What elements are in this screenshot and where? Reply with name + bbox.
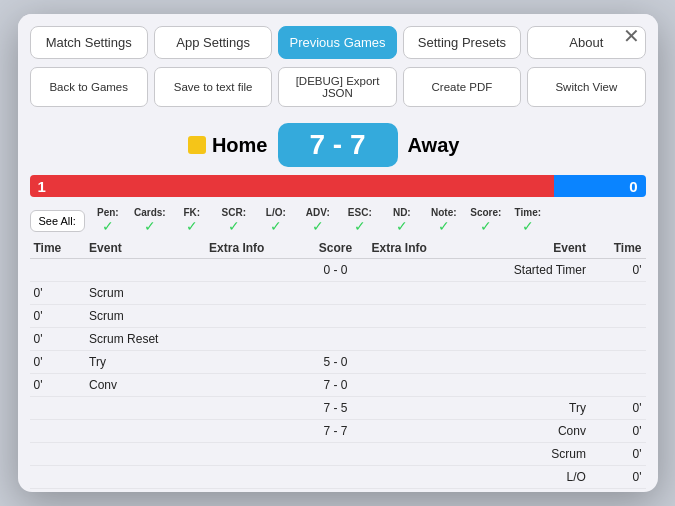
filter-adv[interactable]: ADV: ✓ (299, 207, 337, 234)
close-button[interactable]: ✕ (620, 24, 644, 48)
cell-right-extra (367, 489, 465, 493)
home-indicator-icon (188, 136, 206, 154)
filter-fk[interactable]: FK: ✓ (173, 207, 211, 234)
switch-view-button[interactable]: Switch View (527, 67, 645, 107)
back-to-games-button[interactable]: Back to Games (30, 67, 148, 107)
cell-left-extra (205, 397, 303, 420)
cell-score (303, 328, 367, 351)
filter-nd[interactable]: ND: ✓ (383, 207, 421, 234)
cell-left-event (85, 420, 205, 443)
tab-previous-games[interactable]: Previous Games (278, 26, 396, 59)
cell-left-event: Conv (85, 374, 205, 397)
cell-left-event: PK (85, 489, 205, 493)
cell-left-time (30, 420, 86, 443)
col-left-extra: Extra Info (205, 238, 303, 259)
see-all-button[interactable]: See All: (30, 210, 85, 232)
cell-score: 5 - 0 (303, 351, 367, 374)
cell-right-event: L/O (466, 466, 590, 489)
table-row: 0 - 0Started Timer0' (30, 259, 646, 282)
away-team-label: Away (398, 134, 638, 157)
save-to-text-button[interactable]: Save to text file (154, 67, 272, 107)
filter-esc[interactable]: ESC: ✓ (341, 207, 379, 234)
cell-score: 7 - 0 (303, 374, 367, 397)
cell-right-extra (367, 420, 465, 443)
cell-left-time: 0' (30, 351, 86, 374)
cell-left-time: 0' (30, 282, 86, 305)
create-pdf-button[interactable]: Create PDF (403, 67, 521, 107)
cell-score: 7 - 7 (303, 420, 367, 443)
cell-left-extra (205, 305, 303, 328)
table-row: 0'PK (30, 489, 646, 493)
modal: ✕ Match Settings App Settings Previous G… (18, 14, 658, 492)
cell-right-extra (367, 374, 465, 397)
cell-right-time (590, 489, 646, 493)
filter-cards[interactable]: Cards: ✓ (131, 207, 169, 234)
cell-left-event (85, 443, 205, 466)
col-left-time: Time (30, 238, 86, 259)
filter-note[interactable]: Note: ✓ (425, 207, 463, 234)
cell-right-event: Started Timer (466, 259, 590, 282)
cell-right-time (590, 282, 646, 305)
tab-setting-presets[interactable]: Setting Presets (403, 26, 521, 59)
table-row: 0'Scrum (30, 305, 646, 328)
cell-score (303, 466, 367, 489)
cell-right-time (590, 305, 646, 328)
filter-time[interactable]: Time: ✓ (509, 207, 547, 234)
cell-right-extra (367, 443, 465, 466)
cell-right-time: 0' (590, 397, 646, 420)
cell-right-time: 0' (590, 420, 646, 443)
tab-match-settings[interactable]: Match Settings (30, 26, 148, 59)
cell-right-time: 0' (590, 466, 646, 489)
progress-bar: 1 0 (30, 175, 646, 197)
cell-right-event (466, 374, 590, 397)
col-left-event: Event (85, 238, 205, 259)
cell-left-event (85, 259, 205, 282)
cell-left-extra (205, 466, 303, 489)
cell-left-event (85, 397, 205, 420)
table-row: 0'Scrum Reset (30, 328, 646, 351)
cell-left-extra (205, 259, 303, 282)
cell-left-time: 0' (30, 328, 86, 351)
cell-right-event (466, 282, 590, 305)
table-row: L/O0' (30, 466, 646, 489)
cell-left-time: 0' (30, 305, 86, 328)
cell-left-extra (205, 351, 303, 374)
filter-pen[interactable]: Pen: ✓ (89, 207, 127, 234)
cell-right-extra (367, 351, 465, 374)
cell-right-event (466, 351, 590, 374)
cell-score (303, 305, 367, 328)
cell-right-event (466, 328, 590, 351)
cell-left-event: Try (85, 351, 205, 374)
cell-right-extra (367, 328, 465, 351)
events-list: Time Event Extra Info Score Extra Info E… (30, 238, 646, 492)
cell-left-time: 0' (30, 489, 86, 493)
cell-left-event: Scrum (85, 305, 205, 328)
cell-left-time (30, 259, 86, 282)
cell-left-extra (205, 282, 303, 305)
col-score: Score (303, 238, 367, 259)
table-row: 0'Try5 - 0 (30, 351, 646, 374)
tab-app-settings[interactable]: App Settings (154, 26, 272, 59)
cell-left-time: 0' (30, 374, 86, 397)
debug-export-button[interactable]: [DEBUG] Export JSON (278, 67, 396, 107)
tab-bar: Match Settings App Settings Previous Gam… (18, 14, 658, 59)
cell-right-extra (367, 305, 465, 328)
cell-left-extra (205, 489, 303, 493)
cell-left-time (30, 466, 86, 489)
filter-score[interactable]: Score: ✓ (467, 207, 505, 234)
filter-scr[interactable]: SCR: ✓ (215, 207, 253, 234)
cell-left-event: Scrum (85, 282, 205, 305)
home-team-label: Home (38, 134, 278, 157)
cell-left-extra (205, 420, 303, 443)
cell-score (303, 443, 367, 466)
filter-lo[interactable]: L/O: ✓ (257, 207, 295, 234)
progress-bar-row: 1 0 (18, 175, 658, 197)
cell-right-extra (367, 259, 465, 282)
cell-right-time (590, 328, 646, 351)
cell-left-time (30, 443, 86, 466)
cell-right-event: Conv (466, 420, 590, 443)
filter-bar: See All: Pen: ✓ Cards: ✓ FK: ✓ SCR: ✓ L/… (18, 203, 658, 238)
event-table[interactable]: Time Event Extra Info Score Extra Info E… (18, 238, 658, 492)
cell-right-extra (367, 397, 465, 420)
table-row: 0'Conv7 - 0 (30, 374, 646, 397)
